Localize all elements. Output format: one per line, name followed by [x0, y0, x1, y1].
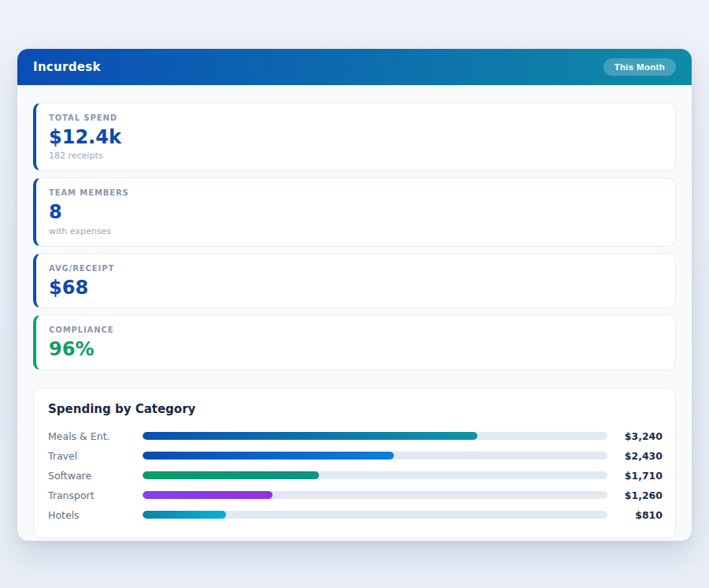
period-badge[interactable]: This Month — [603, 58, 676, 76]
stat-value: 8 — [49, 202, 663, 222]
category-row: Transport $1,260 — [48, 486, 663, 505]
spending-by-category-card: Spending by Category Meals & Ent. $3,240… — [33, 388, 676, 538]
stat-card: AVG/RECEIPT $68 — [33, 253, 676, 308]
category-value: $1,710 — [614, 470, 663, 482]
category-value: $3,240 — [614, 430, 663, 442]
stat-card: COMPLIANCE 96% — [33, 314, 676, 370]
category-value: $2,430 — [614, 450, 663, 462]
stat-value: $68 — [49, 277, 663, 298]
category-label: Travel — [48, 450, 143, 462]
bar-track — [143, 491, 607, 499]
bar-fill — [143, 432, 477, 440]
category-row: Software $1,710 — [48, 466, 663, 486]
bar-track — [143, 452, 607, 460]
stat-value: $12.4k — [49, 127, 663, 147]
stat-subtext: 182 receipts — [49, 151, 663, 161]
bar-fill — [143, 511, 226, 519]
category-card-title: Spending by Category — [48, 402, 663, 416]
stat-label: TOTAL SPEND — [49, 114, 663, 122]
bar-track — [143, 432, 607, 440]
category-row: Travel $2,430 — [48, 446, 663, 466]
category-label: Transport — [48, 489, 143, 501]
stat-value: 96% — [49, 339, 663, 359]
dashboard-panel: Incurdesk This Month TOTAL SPEND $12.4k … — [17, 49, 692, 541]
category-label: Meals & Ent. — [48, 430, 143, 442]
category-label: Software — [48, 470, 143, 482]
stat-label: TEAM MEMBERS — [49, 188, 663, 197]
stat-subtext: with expenses — [49, 226, 663, 236]
category-row: Meals & Ent. $3,240 — [48, 426, 663, 446]
category-row: Hotels $810 — [48, 505, 663, 525]
category-label: Hotels — [48, 509, 143, 521]
category-value: $1,260 — [614, 489, 663, 501]
bar-fill — [143, 491, 273, 499]
app-header: Incurdesk This Month — [17, 49, 692, 85]
category-value: $810 — [614, 509, 663, 521]
bar-track — [143, 511, 607, 519]
stat-label: COMPLIANCE — [49, 326, 663, 334]
dashboard-content: TOTAL SPEND $12.4k 182 receipts TEAM MEM… — [17, 85, 692, 554]
bar-track — [143, 471, 607, 479]
stat-card: TOTAL SPEND $12.4k 182 receipts — [33, 102, 676, 171]
app-title: Incurdesk — [33, 60, 101, 74]
bar-fill — [143, 452, 394, 460]
stat-label: AVG/RECEIPT — [49, 264, 663, 273]
bar-fill — [143, 471, 319, 479]
stat-card: TEAM MEMBERS 8 with expenses — [33, 177, 676, 246]
